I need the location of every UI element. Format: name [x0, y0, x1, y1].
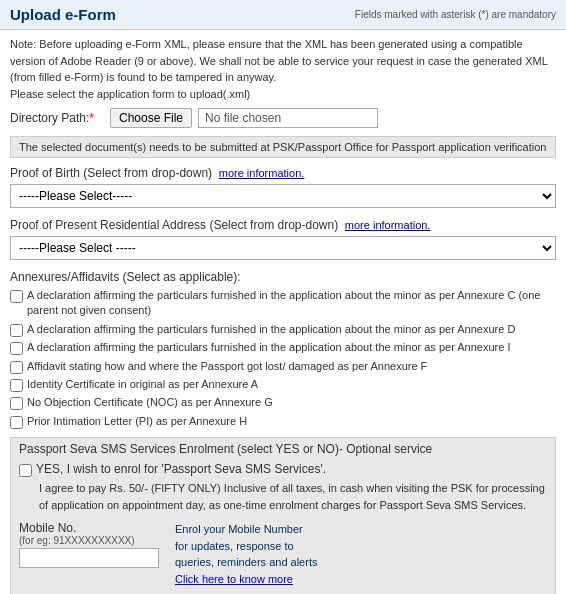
proof-of-birth-select[interactable]: -----Please Select----- [10, 184, 556, 208]
proof-of-address-more-info[interactable]: more information. [345, 219, 431, 231]
upload-note: Note: Before uploading e-Form XML, pleas… [10, 36, 556, 102]
proof-of-birth-more-info[interactable]: more information. [219, 167, 305, 179]
annexures-title: Annexures/Affidavits (Select as applicab… [10, 270, 556, 284]
mobile-left: Mobile No. (for eg: 91XXXXXXXXXX) [19, 521, 159, 568]
mobile-enrol-info: Enrol your Mobile Number for updates, re… [175, 521, 317, 587]
annexure-a-checkbox[interactable] [10, 379, 23, 392]
list-item: A declaration affirming the particulars … [10, 288, 556, 319]
list-item: Identity Certificate in original as per … [10, 377, 556, 392]
annexure-f-checkbox[interactable] [10, 361, 23, 374]
file-name-display: No file chosen [198, 108, 378, 128]
file-input-area: Choose File No file chosen [110, 108, 378, 128]
sms-agree-text: I agree to pay Rs. 50/- (FIFTY ONLY) Inc… [39, 480, 547, 513]
annexure-g-checkbox[interactable] [10, 397, 23, 410]
list-item: A declaration affirming the particulars … [10, 322, 556, 337]
page-title: Upload e-Form [10, 6, 116, 23]
proof-of-birth-section: Proof of Birth (Select from drop-down) m… [10, 166, 556, 218]
list-item: Affidavit stating how and where the Pass… [10, 359, 556, 374]
mobile-row: Mobile No. (for eg: 91XXXXXXXXXX) Enrol … [19, 521, 547, 587]
annexures-section: Annexures/Affidavits (Select as applicab… [10, 270, 556, 429]
page-header: Upload e-Form Fields marked with asteris… [0, 0, 566, 30]
annexure-i-checkbox[interactable] [10, 342, 23, 355]
sms-yes-checkbox[interactable] [19, 464, 32, 477]
sms-section-title: Passport Seva SMS Services Enrolment (se… [19, 442, 547, 456]
sms-section: Passport Seva SMS Services Enrolment (se… [10, 437, 556, 594]
list-item: Prior Intimation Letter (PI) as per Anne… [10, 414, 556, 429]
sms-yes-row: YES, I wish to enrol for 'Passport Seva … [19, 462, 547, 477]
directory-path-label: Directory Path:* [10, 111, 110, 125]
click-here-link[interactable]: Click here to know more [175, 573, 293, 585]
mandatory-note: Fields marked with asterisk (*) are mand… [355, 9, 556, 20]
choose-file-button[interactable]: Choose File [110, 108, 192, 128]
sms-yes-label: YES, I wish to enrol for 'Passport Seva … [36, 462, 326, 476]
list-item: A declaration affirming the particulars … [10, 340, 556, 355]
mobile-input[interactable] [19, 548, 159, 568]
proof-of-address-select[interactable]: -----Please Select ----- [10, 236, 556, 260]
annexure-c-checkbox[interactable] [10, 290, 23, 303]
mobile-label: Mobile No. [19, 521, 159, 535]
directory-path-row: Directory Path:* Choose File No file cho… [10, 108, 556, 128]
annexure-d-checkbox[interactable] [10, 324, 23, 337]
list-item: No Objection Certificate (NOC) as per An… [10, 395, 556, 410]
proof-of-address-section: Proof of Present Residential Address (Se… [10, 218, 556, 270]
annexure-h-checkbox[interactable] [10, 416, 23, 429]
sms-yes-block: YES, I wish to enrol for 'Passport Seva … [19, 462, 547, 587]
mobile-example: (for eg: 91XXXXXXXXXX) [19, 535, 159, 546]
info-bar: The selected document(s) needs to be sub… [10, 136, 556, 158]
